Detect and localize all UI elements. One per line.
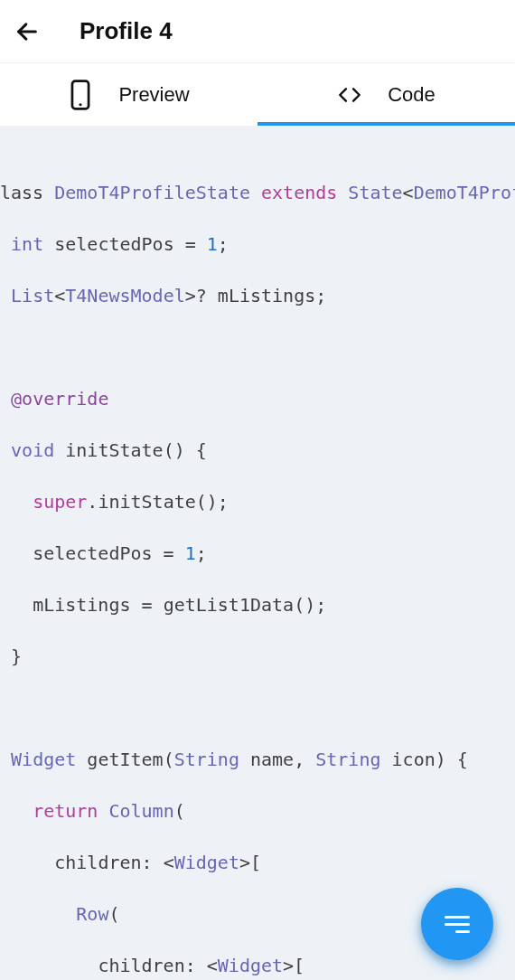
svg-rect-3 — [445, 916, 470, 919]
svg-point-2 — [80, 103, 82, 106]
phone-icon — [68, 82, 93, 108]
tab-code-label: Code — [388, 83, 435, 107]
code-icon — [337, 82, 362, 108]
tab-code[interactable]: Code — [258, 63, 515, 126]
tab-preview-label: Preview — [118, 83, 189, 107]
code-view[interactable]: lass DemoT4ProfileState extends State<De… — [0, 127, 515, 980]
header: Profile 4 — [0, 0, 515, 63]
back-arrow-icon — [14, 19, 40, 44]
tabs: Preview Code — [0, 63, 515, 127]
page-title: Profile 4 — [80, 17, 173, 45]
tab-preview[interactable]: Preview — [0, 63, 258, 126]
menu-icon — [443, 913, 472, 935]
fab-button[interactable] — [421, 888, 493, 960]
svg-rect-4 — [445, 923, 470, 926]
back-button[interactable] — [13, 17, 42, 46]
svg-rect-5 — [455, 930, 470, 933]
